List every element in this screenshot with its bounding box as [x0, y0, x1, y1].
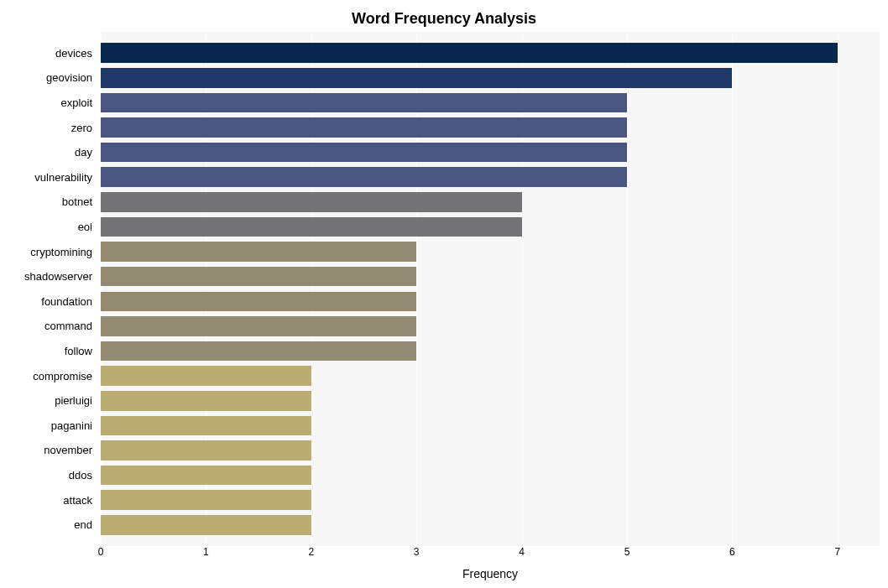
bar-row [101, 414, 880, 439]
bar-row [101, 164, 880, 190]
x-tick-label: 7 [834, 546, 840, 558]
x-tick-label: 0 [98, 546, 104, 558]
y-tick-label: attack [0, 487, 97, 513]
bar-row [101, 40, 880, 65]
y-tick-label: ddos [0, 463, 97, 488]
y-tick-label: botnet [0, 190, 97, 215]
x-axis: 01234567 Frequency [101, 546, 880, 588]
y-tick-label: devices [0, 40, 97, 65]
y-tick-label: zero [0, 115, 97, 140]
bar [101, 117, 627, 138]
bar-row [101, 463, 880, 488]
bar [101, 192, 522, 212]
bar-row [101, 339, 880, 364]
y-tick-label: shadowserver [0, 264, 97, 289]
bar-row [101, 264, 880, 289]
bar-row [101, 487, 880, 513]
bar [101, 416, 311, 436]
bar [101, 466, 311, 486]
bar [101, 490, 311, 510]
bar-row [101, 289, 880, 315]
x-tick-label: 3 [414, 546, 420, 558]
bar-row [101, 239, 880, 264]
bar [101, 68, 732, 88]
bar-row [101, 190, 880, 215]
x-tick-label: 5 [624, 546, 630, 558]
bar-row [101, 115, 880, 140]
x-axis-label: Frequency [101, 567, 880, 580]
y-axis-labels: devicesgeovisionexploitzerodayvulnerabil… [0, 32, 97, 546]
x-tick-label: 4 [519, 546, 525, 558]
bar [101, 93, 627, 113]
bar [101, 43, 838, 63]
chart-container: Word Frequency Analysis devicesgeovision… [0, 0, 888, 588]
y-tick-label: compromise [0, 363, 97, 388]
y-tick-label: vulnerability [0, 164, 97, 190]
bar [101, 515, 311, 535]
y-tick-label: command [0, 314, 97, 339]
bar [101, 391, 311, 411]
y-tick-label: foundation [0, 289, 97, 315]
bar [101, 167, 627, 187]
bar-row [101, 91, 880, 116]
bar-row [101, 65, 880, 91]
bar-row [101, 513, 880, 538]
bar [101, 217, 522, 237]
bar [101, 143, 627, 163]
chart-title: Word Frequency Analysis [0, 10, 888, 28]
bar [101, 292, 416, 312]
x-tick-label: 2 [308, 546, 314, 558]
bar [101, 440, 311, 461]
y-tick-label: eol [0, 215, 97, 240]
bar-row [101, 388, 880, 414]
y-tick-label: exploit [0, 91, 97, 116]
bars-area [101, 32, 880, 546]
bar [101, 267, 416, 287]
bar [101, 242, 416, 262]
bar [101, 366, 311, 386]
y-tick-label: day [0, 140, 97, 165]
bar [101, 316, 416, 336]
bar-row [101, 363, 880, 388]
y-tick-label: paganini [0, 414, 97, 439]
bar-row [101, 438, 880, 463]
y-tick-label: end [0, 513, 97, 538]
bar [101, 341, 416, 362]
y-tick-label: november [0, 438, 97, 463]
bar-row [101, 314, 880, 339]
x-tick-label: 6 [729, 546, 735, 558]
x-tick-label: 1 [203, 546, 209, 558]
y-tick-label: pierluigi [0, 388, 97, 414]
y-tick-label: geovision [0, 65, 97, 91]
plot-area [101, 32, 880, 546]
bar-row [101, 215, 880, 240]
y-tick-label: cryptomining [0, 239, 97, 264]
y-tick-label: follow [0, 339, 97, 364]
bar-row [101, 140, 880, 165]
